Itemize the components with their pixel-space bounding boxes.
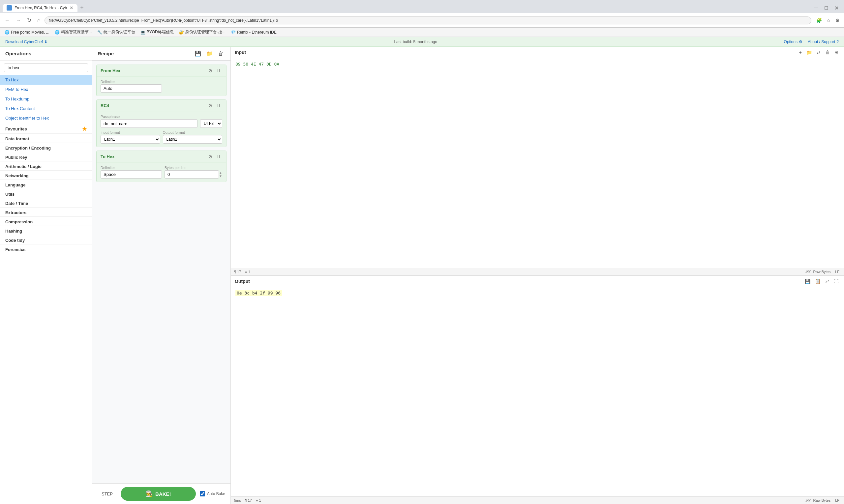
close-button[interactable]: ✕ [832, 4, 841, 12]
sidebar-category-favourites[interactable]: Favourites ★ [0, 123, 92, 133]
input-line-stat: ¶ 17 [234, 270, 241, 274]
minimize-button[interactable]: ─ [812, 4, 821, 12]
tt-icon-output: 𝒯𝒯 [806, 499, 810, 503]
search-input[interactable] [4, 63, 88, 72]
input-clear-button[interactable]: 🗑 [824, 49, 831, 56]
sidebar-item-to-hex-content[interactable]: To Hex Content [0, 104, 92, 113]
banner-left: Download CyberChef ⬇ [5, 39, 48, 44]
recipe-header: Recipe 💾 📁 🗑 [92, 47, 230, 60]
output-line-stat: ¶ 17 [245, 499, 252, 502]
sidebar-category-encryption[interactable]: Encryption / Encoding [0, 143, 92, 152]
input-load-button[interactable]: 📁 [805, 49, 814, 56]
save-recipe-button[interactable]: 💾 [193, 49, 203, 58]
input-add-button[interactable]: + [797, 49, 804, 56]
recipe-action-buttons: 💾 📁 🗑 [193, 49, 225, 58]
to-hex-delimiter-input[interactable] [101, 170, 162, 179]
sidebar-category-networking[interactable]: Networking [0, 170, 92, 180]
sidebar-item-to-hexdump[interactable]: To Hexdump [0, 94, 92, 104]
from-hex-delimiter-input[interactable] [101, 84, 162, 93]
forward-button[interactable]: → [14, 16, 23, 25]
sidebar-category-code-tidy[interactable]: Code tidy [0, 235, 92, 244]
op-card-rc4: RC4 ⊘ ⏸ Passphrase UTF8 [96, 100, 226, 147]
input-content[interactable]: 89 50 4E 47 0D 0A [231, 58, 844, 268]
output-hex-value: 0e 3c b4 2f 99 96 [236, 290, 282, 296]
pause-op-button[interactable]: ⏸ [215, 68, 222, 73]
settings-button[interactable]: ⚙ [834, 16, 841, 24]
bookmark-item[interactable]: 🌐 Free porno Movies, ... [3, 29, 51, 35]
rc4-passphrase-input[interactable] [101, 119, 197, 128]
output-swap-button[interactable]: ⇄ [824, 278, 831, 285]
refresh-button[interactable]: ↻ [25, 16, 33, 25]
bookmark-item[interactable]: 🔧 统一身份认证平台 [95, 29, 137, 36]
options-link[interactable]: Options ⚙ [784, 39, 803, 44]
input-panel: Input + 📁 ⇄ 🗑 ⊞ 89 50 4E 47 0D 0A [231, 47, 844, 276]
tab-close-button[interactable]: ✕ [70, 5, 73, 11]
spinner-up-icon[interactable]: ▲ [219, 171, 222, 175]
auto-bake-checkbox[interactable] [200, 491, 205, 497]
tab-title: From Hex, RC4, To Hex - Cyb [15, 5, 67, 10]
nav-bar: ← → ↻ ⌂ 🧩 ☆ ⚙ [0, 13, 844, 28]
sidebar-category-datetime[interactable]: Date / Time [0, 198, 92, 207]
tab-bar: From Hex, RC4, To Hex - Cyb ✕ + ─ □ ✕ [0, 0, 844, 13]
disable-rc4-button[interactable]: ⊘ [207, 103, 214, 108]
bake-button[interactable]: 👨‍🍳 BAKE! [121, 487, 196, 501]
sidebar-category-data-format[interactable]: Data format [0, 133, 92, 143]
bytes-per-line-input[interactable] [165, 170, 219, 179]
bookmark-item[interactable]: 🔐 身份认证管理平台-控... [177, 29, 227, 36]
input-grid-button[interactable]: ⊞ [833, 49, 840, 56]
step-button[interactable]: STEP [98, 489, 117, 499]
download-link[interactable]: Download CyberChef ⬇ [5, 39, 48, 44]
sidebar-category-extractors[interactable]: Extractors [0, 207, 92, 216]
sidebar-category-hashing[interactable]: Hashing [0, 226, 92, 235]
star-button[interactable]: ☆ [825, 16, 832, 24]
output-footer-actions: 𝒯𝒯 Raw Bytes LF [806, 498, 841, 503]
input-switch-button[interactable]: ⇄ [815, 49, 822, 56]
output-lf-button[interactable]: LF [834, 498, 841, 503]
output-fullscreen-button[interactable]: ⛶ [832, 278, 840, 285]
op-card-from-hex-title: From Hex [101, 68, 120, 73]
sidebar-category-utils[interactable]: Utils [0, 189, 92, 198]
op-card-to-hex: To Hex ⊘ ⏸ Delimiter [96, 150, 226, 182]
star-icon: ★ [82, 126, 87, 132]
sidebar-category-compression[interactable]: Compression [0, 216, 92, 226]
rc4-encoding-select[interactable]: UTF8 Latin1 [200, 119, 222, 128]
disable-op-button[interactable]: ⊘ [207, 68, 214, 73]
about-link[interactable]: About / Support ? [808, 39, 839, 44]
back-button[interactable]: ← [3, 16, 12, 25]
lf-button[interactable]: LF [834, 269, 841, 274]
extensions-button[interactable]: 🧩 [815, 16, 824, 24]
new-tab-button[interactable]: + [77, 3, 86, 13]
download-label: Download CyberChef [5, 39, 43, 44]
spinner-down-icon[interactable]: ▼ [219, 175, 222, 178]
sidebar-item-to-hex[interactable]: To Hex [0, 75, 92, 85]
rc4-output-format-select[interactable]: Latin1 UTF8 [163, 135, 223, 144]
output-raw-bytes-button[interactable]: Raw Bytes [812, 498, 832, 503]
output-save-button[interactable]: 💾 [803, 278, 812, 285]
sidebar: Operations To Hex PEM to Hex To Hexdump … [0, 47, 92, 504]
disable-to-hex-button[interactable]: ⊘ [207, 154, 214, 159]
bookmark-item[interactable]: 🌐 精准智慧课堂节... [53, 29, 94, 36]
output-copy-button[interactable]: 📋 [813, 278, 822, 285]
sidebar-item-oid-to-hex[interactable]: Object Identifier to Hex [0, 113, 92, 123]
maximize-button[interactable]: □ [822, 4, 830, 12]
bookmark-item[interactable]: 💎 Remix - Ethereum IDE [229, 29, 279, 35]
address-bar[interactable] [45, 16, 811, 24]
input-panel-actions: + 📁 ⇄ 🗑 ⊞ [797, 49, 840, 56]
rc4-input-format-select[interactable]: Latin1 UTF8 [101, 135, 160, 144]
clear-recipe-button[interactable]: 🗑 [217, 49, 225, 58]
raw-bytes-button[interactable]: Raw Bytes [812, 269, 832, 274]
bookmark-item[interactable]: 💻 BYOD终端信息 [138, 29, 176, 36]
sidebar-category-forensics[interactable]: Forensics [0, 244, 92, 253]
sidebar-category-arithmetic[interactable]: Arithmetic / Logic [0, 161, 92, 170]
home-button[interactable]: ⌂ [35, 16, 42, 25]
sidebar-category-public-key[interactable]: Public Key [0, 152, 92, 161]
load-recipe-button[interactable]: 📁 [205, 49, 214, 58]
spinner-buttons[interactable]: ▲ ▼ [219, 171, 222, 178]
pause-rc4-button[interactable]: ⏸ [215, 103, 222, 108]
output-stats: 5ms ¶ 17 ≡ 1 [234, 499, 261, 502]
active-tab[interactable]: From Hex, RC4, To Hex - Cyb ✕ [3, 4, 77, 12]
sidebar-category-language[interactable]: Language [0, 180, 92, 189]
sidebar-item-pem-to-hex[interactable]: PEM to Hex [0, 85, 92, 94]
pause-to-hex-button[interactable]: ⏸ [215, 154, 222, 159]
op-card-rc4-body: Passphrase UTF8 Latin1 Input form [97, 111, 226, 147]
